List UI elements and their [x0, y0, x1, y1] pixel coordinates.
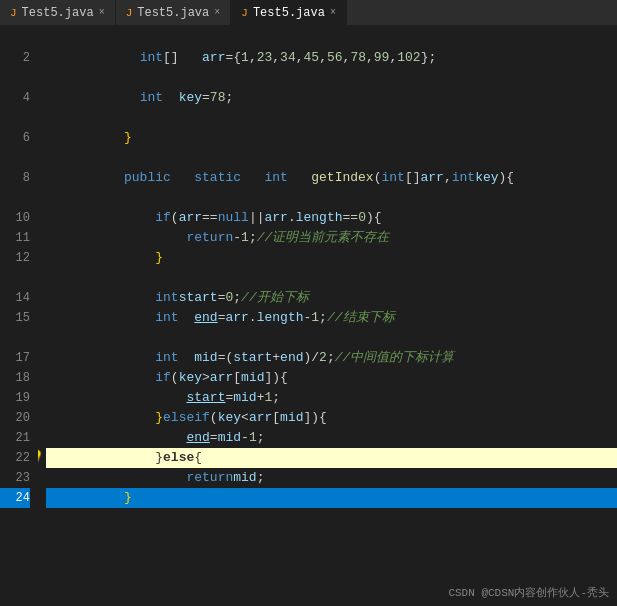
tab-icon-2: J	[126, 7, 133, 19]
tab-close-1[interactable]: ×	[99, 7, 105, 18]
code-line: int key=78;	[46, 88, 617, 108]
line-num: 21	[0, 428, 30, 448]
code-line: }	[46, 128, 617, 148]
line-num	[0, 28, 30, 48]
code-line: return mid;	[46, 468, 617, 488]
code-area[interactable]: int[] arr={1,23,34,45,56,78,99,102}; int…	[38, 26, 617, 606]
tab-close-2[interactable]: ×	[214, 7, 220, 18]
line-num: 24	[0, 488, 30, 508]
bulb-icon[interactable]: 💡	[38, 448, 44, 468]
tab-close-3[interactable]: ×	[330, 7, 336, 18]
editor-area: 2 4 6 8 10 11 12 14 15 17 18 19 20 21 22…	[0, 26, 617, 606]
code-line-last: }	[46, 488, 617, 508]
tab-label-1: Test5.java	[22, 6, 94, 20]
tab-test5-1[interactable]: J Test5.java ×	[0, 0, 116, 25]
tab-icon-3: J	[241, 7, 248, 19]
line-num: 6	[0, 128, 30, 148]
code-line: int[] arr={1,23,34,45,56,78,99,102};	[46, 48, 617, 68]
line-num: 19	[0, 388, 30, 408]
code-line: int end=arr.length-1;//结束下标	[46, 308, 617, 328]
line-num: 23	[0, 468, 30, 488]
line-num	[0, 328, 30, 348]
line-num: 11	[0, 228, 30, 248]
line-num: 8	[0, 168, 30, 188]
line-num: 10	[0, 208, 30, 228]
line-num: 4	[0, 88, 30, 108]
code-line	[46, 148, 617, 168]
tab-label-3: Test5.java	[253, 6, 325, 20]
line-num	[0, 148, 30, 168]
watermark: CSDN @CDSN内容创作伙人-秃头	[448, 585, 609, 600]
line-num: 18	[0, 368, 30, 388]
line-num: 22	[0, 448, 30, 468]
line-num	[0, 268, 30, 288]
code-line	[46, 108, 617, 128]
line-numbers: 2 4 6 8 10 11 12 14 15 17 18 19 20 21 22…	[0, 26, 38, 606]
tab-test5-2[interactable]: J Test5.java ×	[116, 0, 232, 25]
line-num	[0, 108, 30, 128]
tab-bar: J Test5.java × J Test5.java × J Test5.ja…	[0, 0, 617, 26]
line-num: 17	[0, 348, 30, 368]
editor-window: J Test5.java × J Test5.java × J Test5.ja…	[0, 0, 617, 606]
code-line: }	[46, 248, 617, 268]
line-num: 2	[0, 48, 30, 68]
line-num: 14	[0, 288, 30, 308]
code-line: public static int getIndex(int[] arr,int…	[46, 168, 617, 188]
tab-icon-1: J	[10, 7, 17, 19]
tab-test5-3[interactable]: J Test5.java ×	[231, 0, 347, 25]
tab-label-2: Test5.java	[137, 6, 209, 20]
line-num	[0, 68, 30, 88]
line-num	[0, 188, 30, 208]
line-num: 15	[0, 308, 30, 328]
line-num: 12	[0, 248, 30, 268]
line-num: 20	[0, 408, 30, 428]
